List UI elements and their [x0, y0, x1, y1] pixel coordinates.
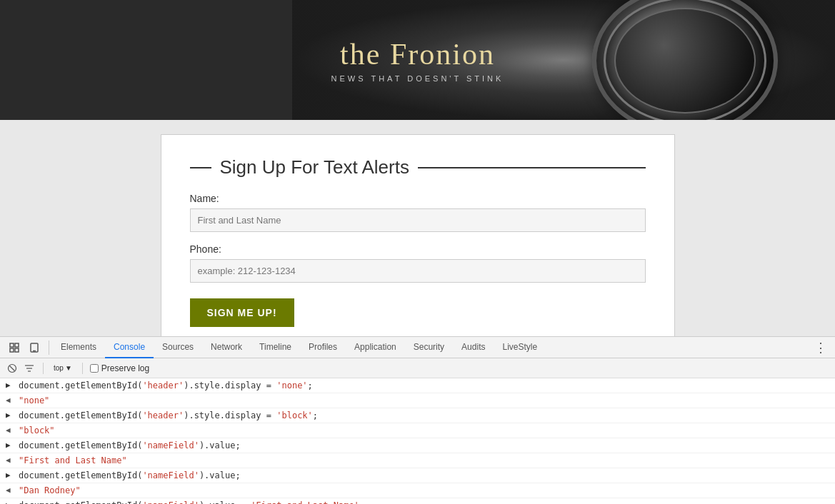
svg-rect-2	[10, 348, 14, 352]
tab-divider	[49, 341, 49, 355]
console-arrow-left: ◀	[6, 424, 14, 437]
console-line: ▶ document.getElementById('header').styl…	[0, 378, 835, 393]
svg-rect-3	[15, 348, 19, 352]
console-arrow-left: ◀	[6, 484, 14, 497]
site-header: the Fronion NEWS THAT DOESN'T STINK	[0, 0, 835, 120]
devtools-tab-bar: Elements Console Sources Network Timelin…	[0, 337, 835, 358]
console-arrow-right: ▶	[6, 499, 14, 504]
console-line: ◀ "First and Last Name"	[0, 453, 835, 468]
console-arrow-right: ▶	[6, 379, 14, 392]
console-line: ▶ document.getElementById('header').styl…	[0, 408, 835, 423]
tab-audits[interactable]: Audits	[453, 337, 494, 358]
phone-input[interactable]	[190, 259, 646, 283]
console-arrow-left: ◀	[6, 394, 14, 407]
name-input[interactable]	[190, 208, 646, 232]
devtools-device-icon[interactable]	[26, 339, 43, 356]
signup-title: Sign Up For Text Alerts	[190, 156, 646, 178]
svg-rect-0	[10, 343, 14, 347]
console-line: ◀ "Dan Rodney"	[0, 483, 835, 498]
console-toolbar: top ▼ Preserve log	[0, 358, 835, 378]
preserve-log-checkbox[interactable]	[90, 364, 99, 373]
preserve-log-label[interactable]: Preserve log	[90, 363, 149, 373]
console-arrow-right: ▶	[6, 409, 14, 422]
tab-profiles[interactable]: Profiles	[300, 337, 346, 358]
console-line: ▶ document.getElementById('nameField').v…	[0, 438, 835, 453]
tab-elements[interactable]: Elements	[52, 337, 105, 358]
name-form-group: Name:	[190, 193, 646, 232]
svg-rect-1	[15, 343, 19, 347]
header-lens-decoration	[592, 0, 778, 120]
tab-livestyle[interactable]: LiveStyle	[494, 337, 546, 358]
clear-console-icon[interactable]	[6, 362, 19, 375]
console-line: ▶ document.getElementById('nameField').v…	[0, 498, 835, 504]
site-tagline: NEWS THAT DOESN'T STINK	[331, 74, 504, 83]
filter-icon[interactable]	[23, 362, 36, 375]
signup-button[interactable]: SIGN ME UP!	[190, 298, 294, 327]
context-dropdown[interactable]: top ▼	[51, 363, 75, 373]
tab-console[interactable]: Console	[105, 337, 154, 358]
devtools-more-button[interactable]: ⋮	[812, 339, 829, 356]
site-logo: the Fronion NEWS THAT DOESN'T STINK	[331, 37, 504, 83]
tab-security[interactable]: Security	[405, 337, 453, 358]
name-label: Name:	[190, 193, 646, 204]
site-title: the Fronion	[331, 37, 504, 71]
console-output[interactable]: ▶ document.getElementById('header').styl…	[0, 378, 835, 504]
toolbar-divider-2	[82, 363, 83, 374]
console-arrow-left: ◀	[6, 454, 14, 467]
tab-sources[interactable]: Sources	[154, 337, 202, 358]
tab-application[interactable]: Application	[346, 337, 405, 358]
devtools-inspect-icon[interactable]	[6, 339, 23, 356]
phone-label: Phone:	[190, 243, 646, 255]
console-line: ▶ document.getElementById('nameField').v…	[0, 468, 835, 483]
toolbar-divider	[43, 363, 44, 374]
signup-box: Sign Up For Text Alerts Name: Phone: SIG…	[161, 134, 675, 349]
console-arrow-right: ▶	[6, 439, 14, 452]
tab-network[interactable]: Network	[202, 337, 251, 358]
devtools-panel: Elements Console Sources Network Timelin…	[0, 336, 835, 504]
tab-timeline[interactable]: Timeline	[251, 337, 300, 358]
main-content: Sign Up For Text Alerts Name: Phone: SIG…	[0, 120, 835, 336]
console-arrow-right: ▶	[6, 469, 14, 482]
console-line: ◀ "none"	[0, 393, 835, 408]
phone-form-group: Phone:	[190, 243, 646, 283]
console-line: ◀ "block"	[0, 423, 835, 438]
svg-line-7	[10, 366, 15, 371]
